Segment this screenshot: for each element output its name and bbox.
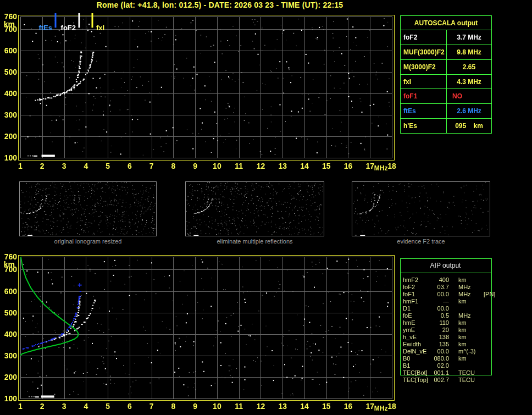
table-row: foF2 3.7 MHz <box>401 30 491 45</box>
param-unit: km <box>449 319 483 327</box>
param-unit: km <box>449 355 483 362</box>
param-unit <box>449 305 483 312</box>
table-row: TEC[Bot]001.1TECU <box>403 369 496 377</box>
table-row: foF1 NO <box>401 88 491 103</box>
param-value: 00.0 <box>431 291 449 298</box>
table-row: TEC[Top]002.7TECU <box>403 377 496 384</box>
param-unit: m^(-3) <box>449 348 483 355</box>
table-row: hmF1---km <box>403 298 496 305</box>
param-extra <box>483 327 484 334</box>
table-row: h'Es 095 km <box>401 118 491 133</box>
param-value: 20 <box>431 327 449 334</box>
page-title: Rome (lat: +41.8, lon: 012.5) - DATE: 20… <box>0 1 440 9</box>
panel-caption: eliminate multiple reflections <box>185 238 324 245</box>
param-unit: MHz <box>449 291 483 298</box>
param-unit: km <box>449 341 483 348</box>
param-value: 095 km <box>447 119 491 133</box>
param-value: 110 <box>431 319 449 327</box>
param-extra: [PN] <box>483 291 495 298</box>
table-row: B0080.0km <box>403 355 496 362</box>
top-ionogram-canvas <box>0 11 401 176</box>
param-label: h'Es <box>401 119 447 133</box>
bottom-ionogram-canvas <box>0 249 401 415</box>
param-label: B0 <box>403 355 431 362</box>
param-label: DelN_vE <box>403 348 431 355</box>
param-value: 400 <box>431 276 449 284</box>
param-label: ftEs <box>401 104 447 118</box>
param-value: 002.7 <box>431 377 449 384</box>
param-value: 3.7 MHz <box>447 30 491 45</box>
param-value: 00.0 <box>431 348 449 355</box>
param-label: D1 <box>403 305 431 312</box>
param-value: 2.65 <box>447 60 491 74</box>
table-row: ymE20km <box>403 327 496 334</box>
table-row: D100.0 <box>403 305 496 312</box>
param-unit <box>449 362 483 369</box>
param-extra <box>483 369 484 377</box>
param-extra <box>483 362 484 369</box>
panel-caption: original ionogram resized <box>19 238 157 245</box>
param-unit: MHz <box>449 312 483 319</box>
table-row: foE0.5MHz <box>403 312 496 319</box>
param-extra <box>483 355 484 362</box>
aip-table-title: AIP output <box>400 258 491 273</box>
table-row: DelN_vE00.0m^(-3) <box>403 348 496 355</box>
table-row: B102.0 <box>403 362 496 369</box>
param-label: foF2 <box>403 284 431 291</box>
param-extra <box>483 284 484 291</box>
param-extra <box>483 312 484 319</box>
param-label: foF1 <box>403 291 431 298</box>
param-label: MUF(3000)F2 <box>401 45 447 59</box>
panel-caption: evidence F2 trace <box>352 238 490 245</box>
param-label: M(3000)F2 <box>401 60 447 74</box>
table-row: hmE110km <box>403 319 496 327</box>
table-row: h_vE138km <box>403 334 496 341</box>
autoscala-window: Rome (lat: +41.8, lon: 012.5) - DATE: 20… <box>0 0 532 415</box>
param-label: h_vE <box>403 334 431 341</box>
param-label: foE <box>403 312 431 319</box>
param-label: foF1 <box>401 89 447 103</box>
param-extra <box>483 341 484 348</box>
param-unit: MHz <box>449 284 483 291</box>
param-extra <box>483 377 484 384</box>
param-value: 0.5 <box>431 312 449 319</box>
original-ionogram-panel <box>19 181 157 236</box>
param-extra <box>483 305 484 312</box>
param-label: foF2 <box>401 30 447 45</box>
param-value: 00.0 <box>431 305 449 312</box>
param-unit: km <box>449 276 483 284</box>
param-label: TEC[Bot] <box>403 369 431 377</box>
param-value: 9.8 MHz <box>447 45 491 59</box>
param-value: 03.7 <box>431 284 449 291</box>
param-label: Ewidth <box>403 341 431 348</box>
param-value: --- <box>431 298 449 305</box>
param-unit: km <box>449 327 483 334</box>
evidence-f2-trace-panel <box>352 181 490 236</box>
param-value: 2.6 MHz <box>447 104 491 118</box>
param-label: hmE <box>403 319 431 327</box>
param-value: 080.0 <box>431 355 449 362</box>
param-unit: TECU <box>449 377 483 384</box>
table-row: ftEs 2.6 MHz <box>401 103 491 118</box>
param-extra <box>483 319 484 327</box>
table-row: MUF(3000)F2 9.8 MHz <box>401 45 491 59</box>
param-value: 02.0 <box>431 362 449 369</box>
table-row: Ewidth135km <box>403 341 496 348</box>
table-row: M(3000)F2 2.65 <box>401 59 491 74</box>
param-extra <box>483 298 484 305</box>
autoscala-table-title: AUTOSCALA output <box>401 16 491 30</box>
param-value: 135 <box>431 341 449 348</box>
param-unit: km <box>449 298 483 305</box>
param-label: ymE <box>403 327 431 334</box>
table-row: foF203.7MHz <box>403 284 496 291</box>
param-extra <box>483 276 484 284</box>
param-label: TEC[Top] <box>403 377 431 384</box>
param-label: hmF1 <box>403 298 431 305</box>
param-label: fxI <box>401 75 447 89</box>
param-label: hmF2 <box>403 276 431 284</box>
aip-table: hmF2400km foF203.7MHz foF100.0MHz[PN] hm… <box>403 276 496 384</box>
param-value: 138 <box>431 334 449 341</box>
param-unit: TECU <box>449 369 483 377</box>
param-value: 4.3 MHz <box>447 75 491 89</box>
param-value: 001.1 <box>431 369 449 377</box>
